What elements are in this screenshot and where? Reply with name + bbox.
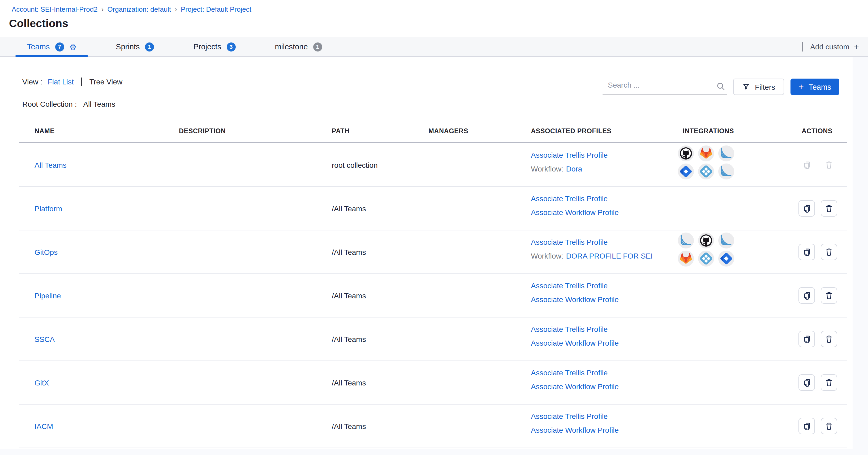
divider: [81, 78, 82, 86]
view-tree-view-option[interactable]: Tree View: [89, 78, 123, 86]
trash-icon: [825, 334, 834, 343]
search-field: [602, 79, 727, 95]
add-custom-label: Add custom: [810, 42, 849, 51]
collection-name-link[interactable]: Platform: [34, 204, 62, 213]
copy-icon: [802, 160, 811, 170]
diamond-grid-icon: [698, 163, 714, 179]
jira-icon: [718, 251, 734, 267]
associate-workflow-profile-link[interactable]: Associate Workflow Profile: [531, 206, 619, 219]
delete-button[interactable]: [821, 287, 837, 304]
add-teams-button-label: Teams: [809, 83, 831, 91]
jira-icon: [678, 163, 694, 179]
copy-button[interactable]: [799, 418, 815, 434]
tab-teams-label: Teams: [27, 42, 50, 51]
collection-name-link[interactable]: All Teams: [34, 161, 67, 169]
copy-icon: [802, 422, 811, 431]
path-value: /All Teams: [332, 204, 366, 213]
tab-sprints-count-badge: 1: [145, 42, 154, 51]
column-header-associated-profiles: ASSOCIATED PROFILES: [531, 127, 683, 135]
plus-icon: +: [854, 42, 859, 51]
collection-name-link[interactable]: GitOps: [34, 248, 58, 256]
root-collection-value: All Teams: [83, 100, 115, 108]
associate-trellis-profile-link[interactable]: Associate Trellis Profile: [531, 148, 608, 162]
table-row: SSCA /All Teams Associate Trellis Profil…: [19, 317, 847, 361]
copy-button[interactable]: [799, 331, 815, 347]
view-label: View :: [22, 78, 42, 86]
trash-icon: [825, 247, 834, 256]
add-custom-button[interactable]: Add custom +: [810, 42, 859, 51]
delete-button[interactable]: [821, 331, 837, 347]
breadcrumb-project-link[interactable]: Project: Default Project: [181, 5, 251, 13]
tab-projects[interactable]: Projects 3: [182, 37, 247, 56]
table-row: Pipeline /All Teams Associate Trellis Pr…: [19, 274, 847, 317]
tab-teams[interactable]: Teams 7 ⚙: [16, 37, 88, 56]
associate-trellis-profile-link[interactable]: Associate Trellis Profile: [531, 192, 608, 206]
column-header-integrations: INTEGRATIONS: [683, 127, 796, 135]
add-teams-button[interactable]: + Teams: [790, 79, 839, 95]
breadcrumb-account-link[interactable]: Account: SEI-Internal-Prod2: [12, 5, 98, 13]
collections-page: Account: SEI-Internal-Prod2 › Organizati…: [0, 0, 868, 455]
table-header: NAME DESCRIPTION PATH MANAGERS ASSOCIATE…: [19, 120, 847, 143]
integrations-list: [678, 146, 796, 179]
delete-button[interactable]: [821, 244, 837, 260]
integrations-list: [678, 233, 796, 267]
chevron-right-icon: ›: [101, 5, 104, 13]
breadcrumb: Account: SEI-Internal-Prod2 › Organizati…: [12, 5, 251, 13]
copy-button[interactable]: [799, 374, 815, 391]
delete-button[interactable]: [821, 418, 837, 434]
filters-button[interactable]: Filters: [733, 79, 784, 95]
workflow-label: Workflow:: [531, 164, 563, 173]
collection-name-link[interactable]: Pipeline: [34, 291, 61, 300]
associate-trellis-profile-link[interactable]: Associate Trellis Profile: [531, 235, 608, 249]
copy-icon: [802, 334, 811, 343]
associate-trellis-profile-link[interactable]: Associate Trellis Profile: [531, 322, 608, 336]
associate-workflow-profile-link[interactable]: Associate Workflow Profile: [531, 336, 619, 350]
breadcrumb-organization-link[interactable]: Organization: default: [107, 5, 171, 13]
copy-button[interactable]: [799, 244, 815, 260]
copy-button[interactable]: [799, 287, 815, 304]
workflow-profile-link[interactable]: DORA PROFILE FOR SEI: [566, 249, 653, 263]
sonarqube-icon: [678, 233, 694, 248]
trash-icon: [825, 422, 834, 431]
associate-workflow-profile-link[interactable]: Associate Workflow Profile: [531, 293, 619, 306]
tab-milestone-label: milestone: [275, 42, 308, 51]
gitlab-icon: [678, 251, 694, 267]
divider: [802, 42, 803, 52]
sonarqube-icon: [718, 163, 734, 179]
tab-milestone[interactable]: milestone 1: [263, 37, 334, 56]
tab-sprints[interactable]: Sprints 1: [104, 37, 166, 56]
table-row: All Teams root collection Associate Trel…: [19, 143, 847, 187]
column-header-description: DESCRIPTION: [179, 127, 332, 135]
collection-name-link[interactable]: GitX: [34, 378, 49, 387]
path-value: /All Teams: [332, 378, 366, 387]
associate-workflow-profile-link[interactable]: Associate Workflow Profile: [531, 423, 619, 437]
copy-icon: [802, 378, 811, 387]
associate-trellis-profile-link[interactable]: Associate Trellis Profile: [531, 279, 608, 293]
diamond-grid-icon: [698, 251, 714, 267]
path-value: /All Teams: [332, 248, 366, 256]
delete-button: [821, 157, 837, 173]
associate-trellis-profile-link[interactable]: Associate Trellis Profile: [531, 366, 608, 380]
collection-name-link[interactable]: SSCA: [34, 335, 55, 343]
filter-icon: [742, 83, 750, 91]
filters-button-label: Filters: [755, 83, 775, 91]
chevron-right-icon: ›: [175, 5, 177, 13]
collection-name-link[interactable]: IACM: [34, 422, 53, 430]
sonarqube-icon: [718, 146, 734, 161]
view-flat-list-option[interactable]: Flat List: [48, 78, 74, 86]
associate-trellis-profile-link[interactable]: Associate Trellis Profile: [531, 410, 608, 423]
path-value: /All Teams: [332, 291, 366, 300]
delete-button[interactable]: [821, 374, 837, 391]
copy-button[interactable]: [799, 200, 815, 217]
copy-button: [799, 157, 815, 173]
tab-milestone-count-badge: 1: [313, 42, 322, 51]
search-input[interactable]: [602, 79, 727, 95]
workflow-label: Workflow:: [531, 252, 563, 260]
gear-icon[interactable]: ⚙: [69, 43, 76, 51]
delete-button[interactable]: [821, 200, 837, 217]
column-header-name: NAME: [19, 127, 179, 135]
plus-icon: +: [799, 82, 804, 91]
workflow-profile-link[interactable]: Dora: [566, 162, 582, 176]
associate-workflow-profile-link[interactable]: Associate Workflow Profile: [531, 380, 619, 393]
copy-icon: [802, 247, 811, 256]
